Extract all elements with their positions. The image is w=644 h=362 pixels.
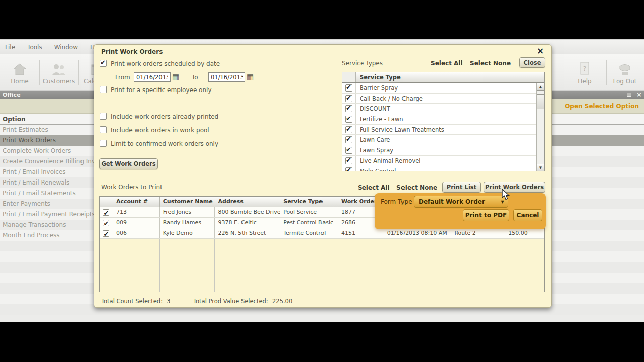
form-type-popup: Form Type Default Work Order ▼ Print to … — [375, 193, 546, 229]
print-list-button[interactable]: Print List — [442, 182, 481, 193]
form-type-value: Default Work Order — [414, 198, 497, 205]
service-type-row[interactable]: Fertilize - Lawn — [342, 114, 544, 125]
work-orders-to-print-label: Work Orders to Print — [101, 184, 163, 191]
service-type-row[interactable]: Call Back / No Charge — [342, 94, 544, 104]
already-printed-label: Include work orders already printed — [111, 113, 218, 120]
video-frame: File Tools Window Help Home Customers — [0, 0, 644, 362]
svg-text:?: ? — [583, 65, 587, 72]
service-types-header: Service Type — [342, 72, 544, 83]
print-work-orders-button[interactable]: Print Work Orders — [484, 182, 545, 193]
service-type-row[interactable]: Lawn Care — [342, 135, 544, 145]
to-label: To — [192, 74, 198, 81]
cancel-button[interactable]: Cancel — [513, 209, 542, 221]
scheduled-by-date-label: Print work orders scheduled by date — [111, 60, 220, 67]
service-type-column-header: Service Type — [356, 72, 544, 82]
work-orders-select-all[interactable]: Select All — [358, 184, 390, 191]
service-type-row[interactable]: Lawn Spray — [342, 145, 544, 156]
service-checkbox[interactable] — [345, 167, 352, 171]
header-address[interactable]: Address — [215, 197, 280, 207]
service-type-row[interactable]: Full Service Lawn Treatments — [342, 125, 544, 135]
confirmed-only-checkbox[interactable] — [100, 140, 107, 147]
service-types-select-all[interactable]: Select All — [431, 60, 463, 67]
scheduled-by-date-checkbox[interactable] — [100, 60, 107, 67]
service-checkbox[interactable] — [345, 116, 352, 123]
total-value-value: 225.00 — [272, 298, 292, 305]
service-checkbox[interactable] — [345, 84, 352, 92]
scroll-up-icon[interactable]: ▲ — [537, 83, 544, 90]
work-pool-label: Include work orders in work pool — [111, 127, 209, 134]
row-checkbox[interactable] — [103, 230, 109, 237]
menu-tools[interactable]: Tools — [27, 44, 42, 51]
to-calendar-icon[interactable]: ▦ — [247, 73, 255, 81]
from-calendar-icon[interactable]: ▦ — [172, 73, 180, 81]
service-checkbox[interactable] — [345, 95, 352, 102]
to-date-input[interactable] — [208, 72, 245, 82]
menu-file[interactable]: File — [5, 44, 15, 51]
close-button[interactable]: Close — [519, 57, 545, 68]
header-service-type[interactable]: Service Type — [280, 197, 338, 207]
already-printed-checkbox[interactable] — [100, 113, 107, 120]
total-count-label: Total Count Selected: — [101, 298, 163, 305]
home-icon — [4, 58, 35, 76]
service-type-row[interactable]: Live Animal Removel — [342, 156, 544, 166]
employee-only-label: Print for a specific employee only — [111, 86, 211, 94]
confirmed-only-label: Limit to confirmed work orders only — [111, 140, 218, 147]
total-value-label: Total Prod Value Selected: — [193, 298, 268, 305]
scroll-thumb[interactable] — [537, 94, 544, 109]
form-type-label: Form Type — [381, 198, 412, 205]
office-title: Office — [3, 92, 21, 98]
help-icon: ? — [569, 58, 601, 76]
logout-icon — [610, 58, 640, 76]
service-type-row[interactable]: Mole Control — [342, 166, 544, 172]
logout-button[interactable]: Log Out — [610, 58, 640, 87]
header-checkbox-column — [100, 197, 113, 207]
menu-window[interactable]: Window — [54, 44, 78, 51]
form-type-dropdown[interactable]: Default Work Order ▼ — [414, 196, 508, 208]
work-orders-select-none[interactable]: Select None — [396, 184, 437, 191]
get-work-orders-button[interactable]: Get Work Orders — [99, 158, 158, 169]
close-window-icon[interactable]: × — [636, 92, 642, 98]
header-account[interactable]: Account # — [113, 197, 159, 207]
service-checkbox[interactable] — [345, 147, 352, 154]
row-checkbox[interactable] — [103, 209, 109, 216]
from-label: From — [115, 74, 130, 81]
from-date-input[interactable] — [134, 72, 171, 82]
mouse-cursor — [501, 189, 510, 203]
dialog-title: Print Work Orders — [101, 48, 163, 55]
toolbar-separator — [78, 60, 79, 85]
service-types-checkbox-column — [342, 72, 356, 82]
restore-window-icon[interactable] — [627, 93, 631, 97]
service-checkbox[interactable] — [345, 126, 352, 133]
work-pool-checkbox[interactable] — [100, 126, 107, 133]
service-checkbox[interactable] — [345, 136, 352, 143]
row-checkbox[interactable] — [103, 220, 109, 226]
customers-icon — [42, 58, 75, 76]
home-button[interactable]: Home — [4, 58, 35, 87]
scroll-down-icon[interactable]: ▼ — [537, 164, 544, 171]
table-row[interactable]: 006 Kyle Demo 226 N. 5th Street Termite … — [100, 228, 544, 239]
total-count-value: 3 — [167, 298, 170, 305]
table-empty-area — [100, 239, 544, 292]
service-list-scrollbar[interactable]: ▲ ▼ — [536, 83, 544, 171]
service-types-label: Service Types — [342, 60, 383, 67]
print-work-orders-dialog: Print Work Orders × Print work orders sc… — [94, 44, 552, 308]
help-button[interactable]: ? Help — [569, 58, 601, 87]
print-to-pdf-button[interactable]: Print to PDF — [463, 209, 509, 221]
customers-button[interactable]: Customers — [42, 58, 75, 87]
service-types-list: Service Type Barrier Spray Call Back / N… — [342, 72, 545, 171]
employee-only-checkbox[interactable] — [100, 86, 107, 93]
toolbar-separator — [606, 60, 607, 85]
service-checkbox[interactable] — [345, 157, 352, 164]
service-types-select-none[interactable]: Select None — [470, 60, 511, 67]
service-type-row[interactable]: DISCOUNT — [342, 104, 544, 114]
service-type-row[interactable]: Barrier Spray — [342, 83, 544, 94]
service-checkbox[interactable] — [345, 105, 352, 112]
toolbar-separator — [39, 60, 40, 85]
dialog-close-icon[interactable]: × — [537, 46, 544, 56]
header-customer-name[interactable]: Customer Name — [159, 197, 215, 207]
open-selected-option-link[interactable]: Open Selected Option — [565, 103, 639, 110]
